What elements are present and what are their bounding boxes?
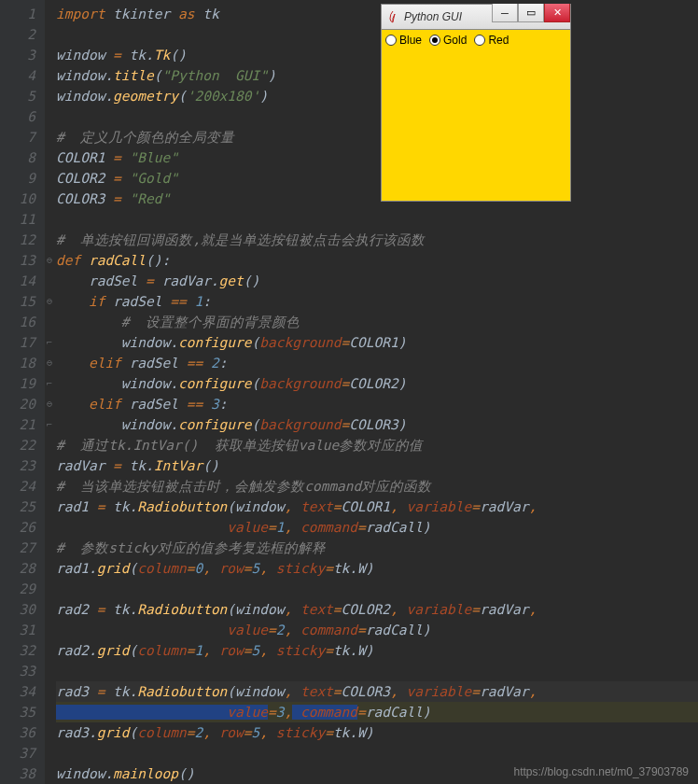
code-line (56, 209, 698, 230)
code-line: ⊖ elif radSel == 3: (56, 394, 698, 414)
radio-red[interactable]: Red (474, 34, 509, 47)
code-line: COLOR3 = "Red" (56, 189, 698, 209)
line-number[interactable]: 13 (0, 250, 35, 271)
line-number[interactable]: 18 (0, 353, 35, 373)
code-line: radSel = radVar.get() (56, 271, 698, 291)
code-line-highlighted: value=3, command=radCall) (56, 702, 698, 722)
code-line: ⌐ window.configure(background=COLOR1) (56, 332, 698, 353)
line-number[interactable]: 34 (0, 681, 35, 702)
minimize-button[interactable]: ─ (492, 4, 518, 22)
line-number[interactable]: 16 (0, 312, 35, 332)
watermark-text: https://blog.csdn.net/m0_37903789 (514, 765, 689, 778)
line-number[interactable]: 31 (0, 620, 35, 640)
line-number[interactable]: 20 (0, 394, 35, 414)
fold-minus-icon[interactable]: ⊖ (47, 353, 52, 373)
line-number[interactable]: 15 (0, 291, 35, 312)
radio-group: Blue Gold Red (382, 30, 570, 50)
window-body: Blue Gold Red (381, 30, 571, 202)
line-number[interactable]: 33 (0, 661, 35, 681)
code-line: rad3.grid(column=2, row=5, sticky=tk.W) (56, 722, 698, 743)
code-line: value=2, command=radCall) (56, 620, 698, 640)
code-line: # 单选按钮回调函数,就是当单选按钮被点击会执行该函数 (56, 230, 698, 250)
code-line: ⌐ window.configure(background=COLOR3) (56, 414, 698, 435)
line-number[interactable]: 38 (0, 763, 35, 784)
code-line: rad1 = tk.Radiobutton(window, text=COLOR… (56, 497, 698, 517)
code-line: rad3 = tk.Radiobutton(window, text=COLOR… (56, 681, 698, 702)
code-line (56, 106, 698, 127)
code-line: COLOR1 = "Blue" (56, 147, 698, 168)
line-number[interactable]: 19 (0, 373, 35, 394)
window-titlebar[interactable]: Python GUI ─ ▭ ✕ (381, 4, 571, 30)
line-number[interactable]: 12 (0, 230, 35, 250)
line-number[interactable]: 27 (0, 538, 35, 558)
line-number[interactable]: 29 (0, 579, 35, 599)
line-number[interactable]: 10 (0, 189, 35, 209)
line-number[interactable]: 6 (0, 106, 35, 127)
line-number[interactable]: 22 (0, 435, 35, 455)
line-number[interactable]: 23 (0, 455, 35, 476)
line-number[interactable]: 30 (0, 599, 35, 620)
line-number[interactable]: 37 (0, 743, 35, 763)
fold-end-icon[interactable]: ⌐ (47, 373, 52, 394)
code-area[interactable]: import tkinter as tk window = tk.Tk() wi… (45, 0, 698, 784)
code-line: window = tk.Tk() (56, 45, 698, 65)
line-number[interactable]: 26 (0, 517, 35, 538)
code-line: import tkinter as tk (56, 4, 698, 24)
code-line: rad2 = tk.Radiobutton(window, text=COLOR… (56, 599, 698, 620)
code-editor: 1 2 3 4 5 6 7 8 9 10 11 12 13 14 15 16 1… (0, 0, 698, 784)
code-line (56, 661, 698, 681)
line-number[interactable]: 8 (0, 147, 35, 168)
code-line: # 当该单选按钮被点击时，会触发参数command对应的函数 (56, 476, 698, 497)
fold-minus-icon[interactable]: ⊖ (47, 291, 52, 312)
code-line: rad2.grid(column=1, row=5, sticky=tk.W) (56, 640, 698, 661)
fold-end-icon[interactable]: ⌐ (47, 414, 52, 435)
line-number[interactable]: 7 (0, 127, 35, 147)
line-number[interactable]: 36 (0, 722, 35, 743)
close-button[interactable]: ✕ (544, 4, 570, 22)
code-line: ⊖ if radSel == 1: (56, 291, 698, 312)
code-line: # 定义几个颜色的全局变量 (56, 127, 698, 147)
tk-feather-icon (385, 9, 400, 24)
code-line: # 设置整个界面的背景颜色 (56, 312, 698, 332)
line-number[interactable]: 35 (0, 702, 35, 722)
code-line (56, 579, 698, 599)
line-number[interactable]: 24 (0, 476, 35, 497)
radio-gold[interactable]: Gold (429, 34, 467, 47)
radio-icon-checked (429, 35, 440, 46)
fold-minus-icon[interactable]: ⊖ (47, 250, 52, 271)
line-number[interactable]: 2 (0, 24, 35, 45)
fold-end-icon[interactable]: ⌐ (47, 332, 52, 353)
fold-minus-icon[interactable]: ⊖ (47, 394, 52, 414)
line-number[interactable]: 17 (0, 332, 35, 353)
radio-label: Red (488, 34, 509, 47)
code-line: # 通过tk.IntVar() 获取单选按钮value参数对应的值 (56, 435, 698, 455)
python-gui-window[interactable]: Python GUI ─ ▭ ✕ Blue Gold Red (381, 4, 571, 202)
maximize-button[interactable]: ▭ (518, 4, 544, 22)
radio-blue[interactable]: Blue (385, 34, 422, 47)
line-number[interactable]: 32 (0, 640, 35, 661)
code-line: window.geometry('200x180') (56, 86, 698, 106)
line-number[interactable]: 4 (0, 65, 35, 86)
window-title: Python GUI (404, 10, 492, 23)
code-line: window.title("Python GUI") (56, 65, 698, 86)
line-number[interactable]: 21 (0, 414, 35, 435)
code-line: ⌐ window.configure(background=COLOR2) (56, 373, 698, 394)
line-number[interactable]: 5 (0, 86, 35, 106)
code-line: rad1.grid(column=0, row=5, sticky=tk.W) (56, 558, 698, 579)
line-number[interactable]: 28 (0, 558, 35, 579)
line-number[interactable]: 11 (0, 209, 35, 230)
line-number[interactable]: 3 (0, 45, 35, 65)
line-number[interactable]: 1 (0, 4, 35, 24)
code-line (56, 743, 698, 763)
line-number[interactable]: 14 (0, 271, 35, 291)
code-line: COLOR2 = "Gold" (56, 168, 698, 189)
radio-icon (474, 35, 485, 46)
line-number[interactable]: 9 (0, 168, 35, 189)
radio-label: Blue (399, 34, 422, 47)
code-line: # 参数sticky对应的值参考复选框的解释 (56, 538, 698, 558)
line-number[interactable]: 25 (0, 497, 35, 517)
line-number-gutter[interactable]: 1 2 3 4 5 6 7 8 9 10 11 12 13 14 15 16 1… (0, 0, 45, 784)
radio-icon (385, 35, 397, 46)
code-line: radVar = tk.IntVar() (56, 455, 698, 476)
code-line (56, 24, 698, 45)
